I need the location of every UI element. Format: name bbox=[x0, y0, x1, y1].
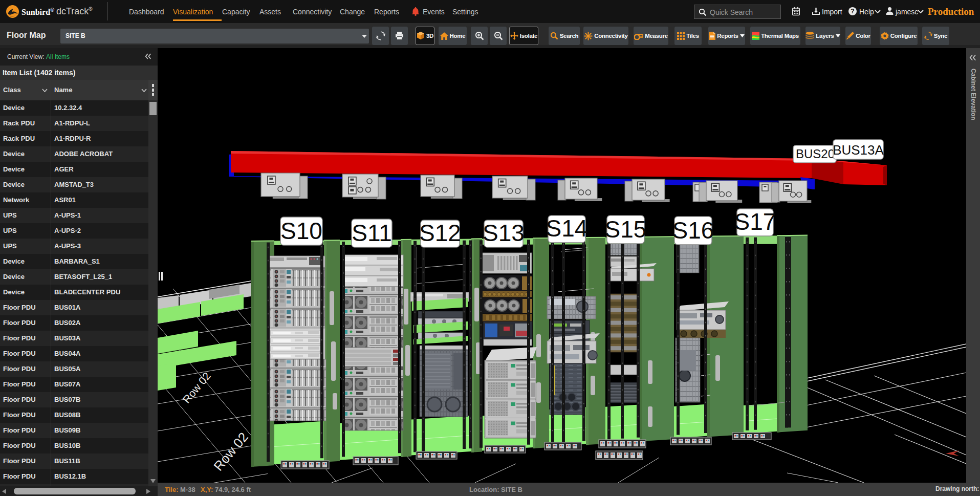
svg-text:S12: S12 bbox=[419, 220, 461, 246]
svg-text:S13: S13 bbox=[483, 220, 525, 246]
svg-text:?: ? bbox=[851, 8, 854, 15]
svg-text:S14: S14 bbox=[546, 215, 588, 242]
svg-text:S17: S17 bbox=[734, 208, 776, 235]
svg-text:S10: S10 bbox=[280, 218, 322, 244]
svg-text:S15: S15 bbox=[605, 216, 647, 243]
svg-text:BUS13A: BUS13A bbox=[833, 142, 884, 158]
svg-text:S16: S16 bbox=[672, 217, 714, 244]
svg-text:S11: S11 bbox=[352, 220, 391, 246]
